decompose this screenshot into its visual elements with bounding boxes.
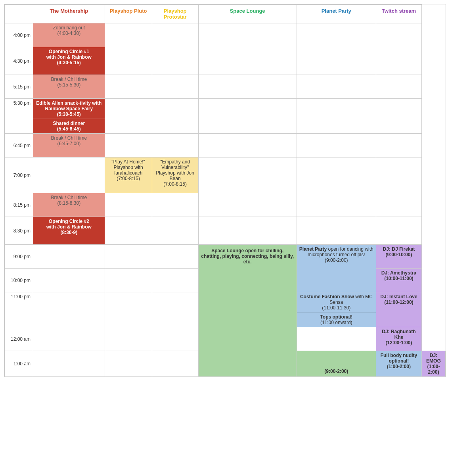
header-mothership: The Mothership (33, 5, 105, 23)
time-label: 7:00 pm (5, 157, 33, 193)
table-row: 9:00 pmSpace Lounge open for chilling, c… (5, 245, 446, 269)
table-row: 5:30 pmEdible Alien snack-tivity with Ra… (5, 99, 446, 134)
table-row: 8:15 pmBreak / Chill time (8:15-8:30) (5, 193, 446, 217)
time-label: 11:00 pm (5, 292, 33, 327)
time-label: 1:00 am (5, 351, 33, 377)
header-protostar: Playshop Protostar (152, 5, 198, 23)
header-pluto: Playshop Pluto (105, 5, 152, 23)
table-row: 5:15 pmBreak / Chill time (5:15-5:30) (5, 75, 446, 99)
time-label: 5:15 pm (5, 75, 33, 99)
table-row: 7:00 pm"Play At Home!" Playshop with far… (5, 157, 446, 193)
schedule-container: The Mothership Playshop Pluto Playshop P… (4, 4, 446, 377)
table-row: 4:30 pmOpening Circle #1 with Jon & Rain… (5, 47, 446, 75)
time-label: 4:30 pm (5, 47, 33, 75)
time-label: 4:00 pm (5, 23, 33, 47)
time-label: 8:15 pm (5, 193, 33, 217)
header-planet-party: Planet Party (297, 5, 376, 23)
time-label: 9:00 pm (5, 245, 33, 269)
table-row: 6:45 pmBreak / Chill time (6:45-7:00) (5, 134, 446, 157)
time-label: 6:45 pm (5, 134, 33, 157)
table-row: 8:30 pmOpening Circle #2 with Jon & Rain… (5, 217, 446, 245)
table-row: 4:00 pmZoom hang out (4:00-4:30) (5, 23, 446, 47)
time-label: 12:00 am (5, 327, 33, 351)
time-label: 5:30 pm (5, 99, 33, 134)
header-time (5, 5, 33, 23)
time-label: 8:30 pm (5, 217, 33, 245)
time-label: 10:00 pm (5, 269, 33, 292)
header-space-lounge: Space Lounge (198, 5, 297, 23)
header-twitch: Twitch stream (376, 5, 421, 23)
